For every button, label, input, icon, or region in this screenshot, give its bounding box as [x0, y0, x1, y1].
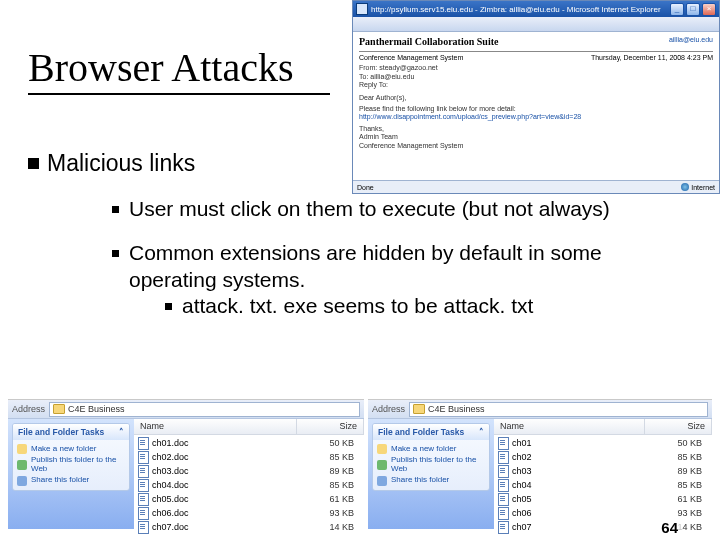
address-input[interactable]: C4E Business	[49, 402, 360, 417]
file-name: ch07.doc	[152, 522, 189, 532]
address-label: Address	[372, 404, 405, 414]
task-publish[interactable]: Publish this folder to the Web	[377, 455, 485, 475]
ie-icon	[356, 3, 368, 15]
mail-body-line: Please find the following link below for…	[359, 105, 713, 113]
file-name: ch01.doc	[152, 438, 189, 448]
bullet-main: Malicious links	[28, 150, 195, 177]
file-name: ch02.doc	[152, 452, 189, 462]
file-size: 85 KB	[648, 452, 708, 462]
file-row[interactable]: ch02.doc85 KB	[134, 450, 364, 464]
sub-sub-bullet: attack. txt. exe seems to be attack. txt	[165, 293, 682, 319]
task-new-folder[interactable]: Make a new folder	[377, 443, 485, 455]
file-size: 85 KB	[300, 480, 360, 490]
doc-icon	[498, 479, 509, 492]
sub-bullets: User must click on them to execute (but …	[112, 196, 682, 337]
ie-window: http://psylium.serv15.eiu.edu - Zimbra: …	[352, 0, 720, 194]
file-row[interactable]: ch01.doc50 KB	[134, 436, 364, 450]
file-name: ch07	[512, 522, 532, 532]
bullet-main-text: Malicious links	[47, 150, 195, 177]
file-size: 61 KB	[300, 494, 360, 504]
task-new-folder[interactable]: Make a new folder	[17, 443, 125, 455]
file-row[interactable]: ch06.doc93 KB	[134, 506, 364, 520]
file-row[interactable]: ch0561 KB	[494, 492, 712, 506]
bullet-icon	[28, 158, 39, 169]
file-row[interactable]: ch05.doc61 KB	[134, 492, 364, 506]
explorer-right: Address C4E Business File and Folder Tas…	[368, 399, 712, 530]
column-size[interactable]: Size	[645, 419, 712, 434]
doc-icon	[138, 437, 149, 450]
status-left: Done	[357, 184, 374, 191]
folder-icon	[53, 404, 65, 414]
file-row[interactable]: ch07.doc14 KB	[134, 520, 364, 534]
globe-icon	[377, 460, 387, 470]
doc-icon	[498, 521, 509, 534]
file-name: ch04.doc	[152, 480, 189, 490]
doc-icon	[138, 479, 149, 492]
address-input[interactable]: C4E Business	[409, 402, 708, 417]
file-size: 85 KB	[648, 480, 708, 490]
doc-icon	[498, 507, 509, 520]
globe-icon	[17, 460, 27, 470]
file-row[interactable]: ch04.doc85 KB	[134, 478, 364, 492]
status-right: Internet	[691, 184, 715, 191]
column-name[interactable]: Name	[494, 419, 645, 434]
column-name[interactable]: Name	[134, 419, 297, 434]
doc-icon	[498, 465, 509, 478]
task-label: Publish this folder to the Web	[391, 456, 485, 474]
maximize-button[interactable]: □	[686, 3, 700, 16]
sub-bullet: Common extensions are hidden by default …	[112, 240, 682, 319]
file-size: 50 KB	[648, 438, 708, 448]
file-name: ch02	[512, 452, 532, 462]
chevron-up-icon: ˄	[479, 427, 484, 437]
file-size: 93 KB	[648, 508, 708, 518]
file-row[interactable]: ch0485 KB	[494, 478, 712, 492]
file-name: ch05	[512, 494, 532, 504]
file-row[interactable]: ch0150 KB	[494, 436, 712, 450]
file-row[interactable]: ch0285 KB	[494, 450, 712, 464]
doc-icon	[138, 507, 149, 520]
user-email: aillia@eiu.edu	[669, 36, 713, 48]
doc-icon	[138, 465, 149, 478]
mail-reply: Reply To:	[359, 81, 713, 89]
ie-toolbar	[353, 17, 719, 32]
file-size: 89 KB	[300, 466, 360, 476]
task-share[interactable]: Share this folder	[377, 475, 485, 487]
tasks-pane: File and Folder Tasks ˄ Make a new folde…	[8, 419, 134, 529]
ie-titlebar: http://psylium.serv15.eiu.edu - Zimbra: …	[353, 1, 719, 17]
task-publish[interactable]: Publish this folder to the Web	[17, 455, 125, 475]
tasks-header[interactable]: File and Folder Tasks ˄	[13, 424, 129, 440]
file-size: 50 KB	[300, 438, 360, 448]
column-size[interactable]: Size	[297, 419, 364, 434]
slide-title: Browser Attacks	[28, 44, 330, 95]
bullet-icon	[112, 206, 119, 213]
file-size: 93 KB	[300, 508, 360, 518]
explorer-left: Address C4E Business File and Folder Tas…	[8, 399, 364, 530]
folder-icon	[377, 444, 387, 454]
task-label: Share this folder	[31, 476, 89, 485]
file-name: ch05.doc	[152, 494, 189, 504]
file-size: 61 KB	[648, 494, 708, 504]
mail-link[interactable]: http://www.disappointment.com/upload/cs_…	[359, 113, 713, 121]
address-path: C4E Business	[68, 404, 125, 414]
doc-icon	[138, 451, 149, 464]
task-label: Publish this folder to the Web	[31, 456, 125, 474]
file-size: 89 KB	[648, 466, 708, 476]
file-name: ch06	[512, 508, 532, 518]
tasks-header[interactable]: File and Folder Tasks ˄	[373, 424, 489, 440]
task-label: Make a new folder	[391, 445, 456, 454]
task-label: Make a new folder	[31, 445, 96, 454]
file-name: ch01	[512, 438, 532, 448]
file-list: Name Size ch01.doc50 KBch02.doc85 KBch03…	[134, 419, 364, 529]
mail-subject: Conference Management System	[359, 54, 463, 62]
page-number: 64	[657, 519, 682, 536]
file-row[interactable]: ch0389 KB	[494, 464, 712, 478]
mail-sig: Thanks,	[359, 125, 713, 133]
doc-icon	[138, 521, 149, 534]
task-share[interactable]: Share this folder	[17, 475, 125, 487]
minimize-button[interactable]: _	[670, 3, 684, 16]
file-row[interactable]: ch0693 KB	[494, 506, 712, 520]
file-row[interactable]: ch03.doc89 KB	[134, 464, 364, 478]
doc-icon	[138, 493, 149, 506]
close-button[interactable]: ×	[702, 3, 716, 16]
sub-text: Common extensions are hidden by default …	[129, 240, 682, 293]
